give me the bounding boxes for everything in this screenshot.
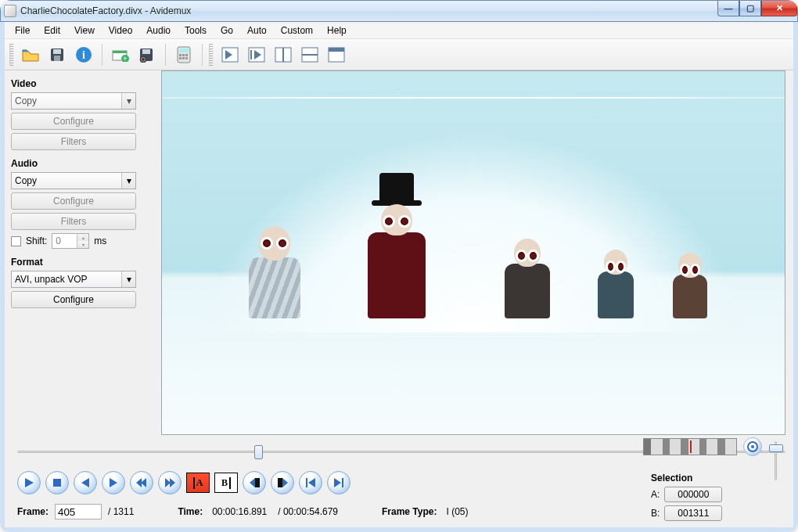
shift-checkbox[interactable] — [11, 236, 21, 246]
next-black-frame-button[interactable] — [271, 471, 294, 494]
audio-heading: Audio — [11, 158, 155, 169]
svg-text:+: + — [123, 55, 127, 62]
selection-b-label: B: — [651, 508, 660, 519]
svg-rect-40 — [306, 478, 307, 487]
split-vertical-icon[interactable] — [271, 43, 295, 66]
svg-marker-41 — [308, 478, 315, 487]
open-icon[interactable] — [19, 43, 42, 66]
next-frame-button[interactable] — [102, 471, 125, 494]
set-marker-a-button[interactable]: A — [186, 473, 210, 493]
prev-black-frame-button[interactable] — [243, 471, 266, 494]
svg-rect-18 — [179, 57, 182, 59]
menu-auto[interactable]: Auto — [240, 23, 274, 38]
audio-configure-button[interactable]: Configure — [11, 192, 136, 210]
audio-filters-button[interactable]: Filters — [11, 213, 136, 230]
menu-file[interactable]: File — [8, 23, 37, 38]
svg-rect-1 — [53, 49, 61, 54]
toolbar-handle[interactable] — [9, 44, 14, 66]
time-total: / 00:00:54.679 — [278, 506, 338, 517]
svg-rect-19 — [182, 57, 185, 59]
svg-marker-34 — [81, 478, 89, 487]
menu-help[interactable]: Help — [320, 23, 354, 38]
toolbar-handle[interactable] — [209, 44, 214, 66]
shift-spinner[interactable]: 0▴▾ — [52, 233, 89, 249]
frametype-label: Frame Type: — [382, 506, 437, 517]
svg-marker-35 — [110, 478, 117, 487]
svg-rect-2 — [54, 56, 60, 61]
close-button[interactable]: ✕ — [761, 1, 797, 16]
menu-view[interactable]: View — [67, 23, 102, 38]
main-toolbar: i + — [5, 39, 793, 70]
menu-custom[interactable]: Custom — [274, 23, 320, 38]
video-configure-button[interactable]: Configure — [11, 113, 136, 130]
menu-go[interactable]: Go — [214, 23, 240, 38]
chevron-down-icon: ▾ — [121, 173, 135, 189]
time-label: Time: — [178, 506, 203, 517]
prev-frame-button[interactable] — [74, 471, 97, 494]
next-keyframe-button[interactable] — [158, 471, 182, 494]
selection-heading: Selection — [651, 473, 784, 483]
format-configure-button[interactable]: Configure — [11, 291, 136, 308]
last-frame-button[interactable] — [327, 471, 350, 494]
separate-window-icon[interactable] — [325, 43, 348, 66]
menu-tools[interactable]: Tools — [178, 23, 214, 38]
selection-panel: Selection A: 000000 B: 001311 — [651, 473, 784, 524]
svg-point-12 — [142, 58, 145, 60]
time-current: 00:00:16.891 — [212, 506, 267, 517]
svg-rect-31 — [329, 48, 344, 52]
video-preview — [161, 70, 785, 435]
menu-audio[interactable]: Audio — [139, 23, 178, 38]
format-heading: Format — [11, 257, 155, 268]
calculator-icon[interactable] — [172, 43, 196, 66]
shift-unit: ms — [94, 235, 106, 246]
play-filtered-icon[interactable] — [218, 43, 242, 66]
info-icon[interactable]: i — [72, 43, 95, 66]
set-marker-b-button[interactable]: B — [214, 473, 238, 493]
jog-wheel[interactable] — [643, 438, 737, 455]
title-bar: CharlieChocolateFactory.divx - Avidemux … — [0, 0, 798, 22]
chevron-down-icon: ▾ — [121, 93, 135, 109]
volume-thumb[interactable] — [769, 444, 783, 452]
svg-marker-42 — [334, 478, 341, 487]
svg-marker-36 — [141, 478, 146, 487]
video-codec-select[interactable]: Copy▾ — [11, 92, 136, 110]
frame-total: / 1311 — [108, 506, 134, 517]
prev-keyframe-button[interactable] — [130, 471, 153, 494]
svg-point-45 — [751, 445, 754, 448]
play-icon[interactable] — [245, 43, 268, 66]
save-icon[interactable] — [45, 43, 69, 66]
svg-text:i: i — [82, 49, 85, 61]
svg-rect-16 — [182, 54, 185, 56]
frame-input[interactable] — [55, 504, 102, 519]
menu-edit[interactable]: Edit — [37, 23, 67, 38]
svg-rect-17 — [185, 54, 188, 56]
format-select[interactable]: AVI, unpack VOP▾ — [11, 271, 136, 288]
first-frame-button[interactable] — [299, 471, 322, 494]
save-video-icon[interactable] — [135, 43, 159, 66]
toolbar-separator — [102, 44, 102, 66]
svg-marker-39 — [170, 478, 175, 487]
selection-a-label: A: — [651, 489, 660, 500]
play-button[interactable] — [17, 471, 41, 494]
svg-rect-43 — [342, 478, 343, 487]
svg-marker-32 — [25, 478, 34, 487]
maximize-button[interactable]: ▢ — [739, 1, 761, 16]
svg-rect-15 — [179, 54, 182, 56]
audio-toggle-button[interactable] — [743, 437, 762, 456]
svg-rect-33 — [53, 479, 61, 487]
split-horizontal-icon[interactable] — [298, 43, 322, 66]
menu-video[interactable]: Video — [102, 23, 139, 38]
timeline-thumb[interactable] — [254, 445, 263, 459]
chevron-down-icon: ▾ — [121, 271, 135, 287]
shift-label: Shift: — [26, 235, 47, 246]
video-filters-button[interactable]: Filters — [11, 133, 136, 150]
audio-codec-select[interactable]: Copy▾ — [11, 172, 136, 189]
frametype-value: I (05) — [446, 506, 468, 517]
svg-rect-14 — [179, 49, 189, 52]
video-heading: Video — [11, 78, 155, 89]
selection-a-button[interactable]: 000000 — [664, 487, 722, 502]
append-icon[interactable]: + — [109, 43, 132, 66]
stop-button[interactable] — [45, 471, 69, 494]
minimize-button[interactable]: — — [717, 1, 739, 16]
selection-b-button[interactable]: 001311 — [664, 505, 722, 521]
